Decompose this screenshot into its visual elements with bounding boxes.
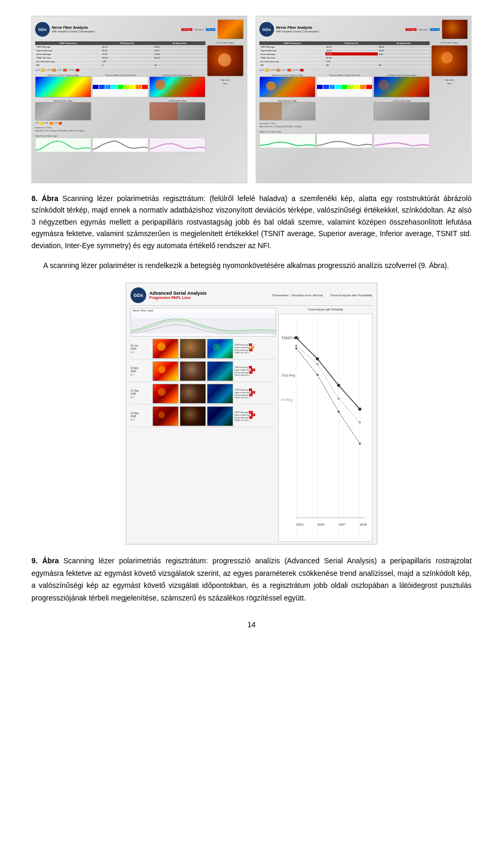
waveform-os-left xyxy=(149,138,205,152)
svg-point-19 xyxy=(316,363,319,365)
svg-point-11 xyxy=(316,357,319,360)
center-report-title: Advanced Serial Analysis xyxy=(149,291,206,296)
svg-marker-5 xyxy=(131,318,276,333)
logo-left: GDx xyxy=(35,22,50,37)
od-label-left: OD Right xyxy=(181,28,192,31)
svg-point-14 xyxy=(295,347,297,349)
middle-paragraph: A scanning lézer polariméter is rendelke… xyxy=(31,260,472,272)
svg-text:2007: 2007 xyxy=(338,523,346,526)
waveform2-both xyxy=(316,133,373,148)
caption-9: 9. Ábra Scanning lézer polarimetriás reg… xyxy=(31,555,472,605)
serial-row-4: 15 Sep2008Q: 3 TSNIT Average -10 Superio… xyxy=(130,406,276,427)
svg-point-12 xyxy=(337,384,340,387)
center-report: GDx Advanced Serial Analysis Progressive… xyxy=(126,283,377,544)
os-label-left: OS Left xyxy=(206,28,215,31)
svg-rect-1 xyxy=(150,138,205,152)
od-label-right: OD Right xyxy=(406,28,416,31)
svg-point-18 xyxy=(295,344,297,347)
center-report-subtitle: Progressive RNFL Loss xyxy=(149,296,206,299)
report-subtitle-right: With Variable Corneal Compensation xyxy=(276,30,403,33)
report-title-right: Nerve Fiber Analysis xyxy=(276,26,403,30)
svg-rect-3 xyxy=(374,134,429,148)
caption-8-text: Scanning lézer polarimetriás regisztrátu… xyxy=(31,194,472,250)
svg-text:Inf Avg: Inf Avg xyxy=(281,398,293,402)
waveform2-os xyxy=(374,133,430,148)
report-image-right: GDx Nerve Fiber Analysis With Variable C… xyxy=(256,16,472,183)
figure-label-8: 8. Ábra xyxy=(31,194,58,203)
report-subtitle-left: With Variable Corneal Compensation xyxy=(52,30,179,33)
svg-text:2003: 2003 xyxy=(296,523,303,526)
middle-text-content: A scanning lézer polariméter is rendelke… xyxy=(43,261,449,270)
params-table-left: TSNIT ParametersOD Actual Val.OS Actual … xyxy=(35,41,205,67)
svg-point-20 xyxy=(337,397,340,399)
svg-point-16 xyxy=(337,410,340,413)
svg-text:2009: 2009 xyxy=(360,523,367,526)
svg-rect-2 xyxy=(260,134,315,148)
os-label-right: OS Left xyxy=(430,28,440,31)
waveform-both xyxy=(92,138,148,152)
params-table-right: TSNIT ParametersOD Actual Val.OS Actual … xyxy=(259,41,430,67)
svg-text:TSNIT Avg: TSNIT Avg xyxy=(281,336,299,340)
center-logo: GDx xyxy=(130,287,146,303)
figure-label-9: 9. Ábra xyxy=(31,557,59,565)
svg-rect-0 xyxy=(36,138,91,152)
serial-row-2: 02 Mrz2005Q: 1 TSNIT Average -7 Superior… xyxy=(130,361,276,382)
report-title-left: Nerve Fiber Analysis xyxy=(52,26,179,30)
waveform2-od xyxy=(259,133,315,148)
serial-row-1: 20 Jun2003Q: 2 TSNIT Average -2 0% xyxy=(130,338,276,360)
report-image-left: GDx Nerve Fiber Analysis With Variable C… xyxy=(31,16,247,183)
center-image-container: GDx Advanced Serial Analysis Progressive… xyxy=(31,283,472,544)
svg-text:2005: 2005 xyxy=(318,523,325,526)
top-report-images: GDx Nerve Fiber Analysis With Variable C… xyxy=(31,16,472,183)
svg-point-17 xyxy=(359,442,361,444)
svg-point-21 xyxy=(359,421,361,424)
waveform-od-left xyxy=(35,138,91,152)
svg-point-13 xyxy=(358,407,362,410)
caption-9-text: Scanning lézer polarimetriás regisztrátu… xyxy=(31,557,472,602)
caption-8: 8. Ábra Scanning lézer polarimetriás reg… xyxy=(31,193,472,251)
svg-text:Sup Avg: Sup Avg xyxy=(281,373,295,377)
page-number: 14 xyxy=(31,620,472,629)
serial-row-3: 01 Sep2006Q: 2 TSNIT Average -7 Superior… xyxy=(130,383,276,405)
logo-right: GDx xyxy=(259,22,274,37)
svg-point-15 xyxy=(316,374,319,376)
